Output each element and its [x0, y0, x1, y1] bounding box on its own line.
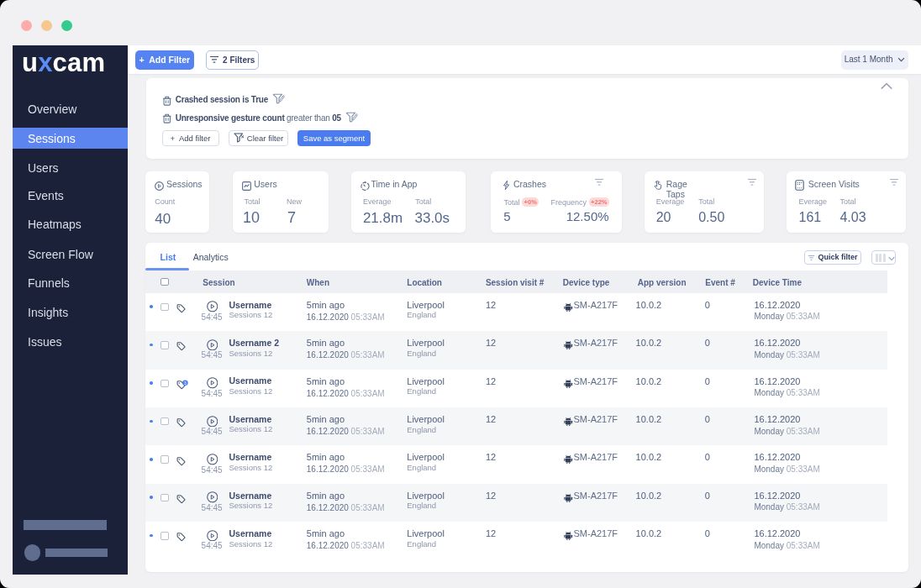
svg-text:3: 3 — [184, 381, 187, 386]
